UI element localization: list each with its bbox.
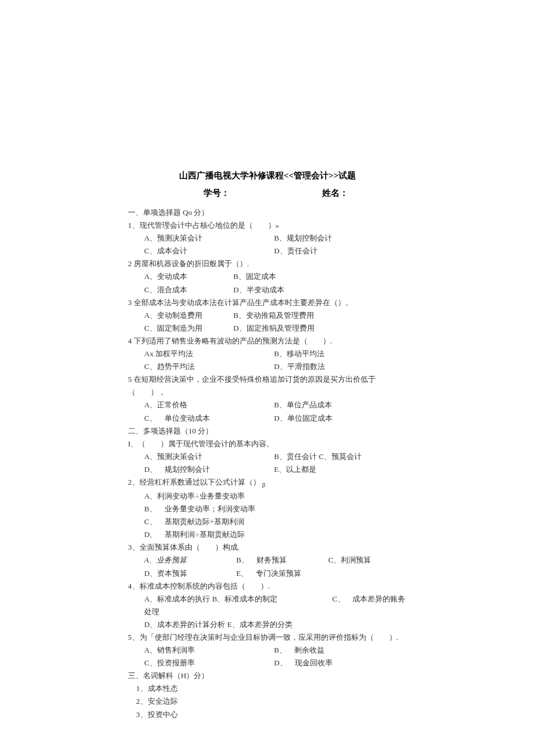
s2q3-optA: A、业务预算 xyxy=(144,554,234,567)
s1q3-optB: B、变动推箱及管理费用 xyxy=(233,311,314,320)
s1q3-optA: A、变动制造费用 xyxy=(144,309,231,322)
s2q1-row2: D、 规划控制会计 E、以上都是 xyxy=(128,463,407,476)
s2q3-optD: D、资本预算 xyxy=(144,567,234,580)
s1q1-optA: A、预测决策会计 xyxy=(144,232,272,245)
s1q5-optB: B、单位产品成本 xyxy=(274,400,332,409)
s2q2-optC: C、 基期贡献边际+基期利润 xyxy=(128,515,407,528)
s2q2-stem-text: 2、经营杠杆系数通过以下公式计算（） xyxy=(128,478,261,486)
s2q1-optD: D、 规划控制会计 xyxy=(144,463,272,476)
s1q3-stem: 3 全部成本法与变动成本法在计算产品生产成本时主要差异在（）。 xyxy=(128,296,407,309)
s1q3-optD: D、固定推狷及管理费用 xyxy=(233,324,314,332)
s1q4-row1: Ax 加权平均法 B、移动平均法 xyxy=(128,347,407,360)
s2q1-row1: A、预测决策会计 B、贡任会计 C、预莫会计 xyxy=(128,450,407,463)
s3-t2: 2、安全边际 xyxy=(128,695,407,708)
s2q3-optC: C、利涧预算 xyxy=(329,556,372,564)
s1q3-row2: C、固定制造为用 D、固定推狷及管理费用 xyxy=(128,322,407,335)
s2q4-row1: A、标准成本的执行 B、标准成本的制定 C、 成本差异的账务处理 xyxy=(128,593,407,618)
s1q1-row1: A、预测决策会计 B、规划控制会计 xyxy=(128,232,407,245)
exam-page: 山西广播电视大学补修课程<<管理会计>>试题 学号： 姓名： 一、单项选择题 Q… xyxy=(0,0,535,756)
s1q5-stem: 5 在短期经营决策中，企业不接受特殊价格追加订货的原因是买方出价低于（ ）， xyxy=(128,373,407,399)
section3-heading: 三、名词解科（H）分） xyxy=(128,669,407,682)
s2q5-stem: 5、为「使部门经理在决策时与企业目标协调一致，应采用的评价指标为（ ）. xyxy=(128,631,407,644)
s1q5-optC: C、 单位变动成本 xyxy=(144,412,272,425)
student-fields: 学号： 姓名： xyxy=(128,186,407,201)
s2q2-optA: A、利涧变动率÷业务量变动率 xyxy=(128,490,407,503)
s1q4-optC: C、趋势平均法 xyxy=(144,360,272,373)
s2q2-optD: D、 基期利润÷基期贡献边际 xyxy=(128,528,407,541)
s2q3-row1: A、业务预算 B、 财务预算 C、利涧预算 xyxy=(128,554,407,567)
s1q2-optB: B、固定成本 xyxy=(233,272,276,281)
s1q4-row2: C、趋势平均法 D、平滑指数法 xyxy=(128,360,407,373)
s2q2-stem: 2、经营杠杆系数通过以下公式计算（） β xyxy=(128,476,407,490)
section2-heading: 二、多项选择题（10 分） xyxy=(128,425,407,438)
s1q2-stem: 2 房屋和机器设备的折旧般属于（）. xyxy=(128,257,407,270)
s2q5-optC: C、投资报册率 xyxy=(144,657,272,669)
s1q1-stem: 1、现代管理会计中占核心地位的是（ ）» xyxy=(128,219,407,232)
section1-heading: 一、单项选择题 Qo 分） xyxy=(128,206,407,219)
s2q5-optA: A、销售利润率 xyxy=(144,644,272,657)
student-id-label: 学号： xyxy=(204,186,320,201)
s1q4-optA: Ax 加权平均法 xyxy=(144,347,272,360)
student-name-label: 姓名： xyxy=(322,188,348,198)
s1q5-optD: D、单位固定成本 xyxy=(274,414,332,422)
s1q3-row1: A、变动制造费用 B、变动推箱及管理费用 xyxy=(128,309,407,322)
s2q1-stem: I、（ ）属于现代管理会计的基本内容。 xyxy=(128,438,407,450)
s2q1-optBC: B、贡任会计 C、预莫会计 xyxy=(274,452,362,461)
s2q3-stem: 3、全面预算体系由（ ）构成. xyxy=(128,541,407,554)
s1q3-optC: C、固定制造为用 xyxy=(144,322,231,335)
s1q1-optC: C、成本会计 xyxy=(144,245,272,257)
s2q4-row2: D、成本差异的计算分析 E、成本差异的分类 xyxy=(128,618,407,631)
s1q1-optD: D、责任会计 xyxy=(274,246,317,255)
s1q2-optD: D、半变动成本 xyxy=(233,285,284,294)
s1q1-optB: B、规划控制会计 xyxy=(274,234,332,242)
s2q5-optB: B、 剩余收益 xyxy=(274,646,324,654)
s2q4-optDE: D、成本差异的计算分析 E、成本差异的分类 xyxy=(144,620,293,629)
s2q1-optA: A、预测决策会计 xyxy=(144,450,272,463)
s1q4-optB: B、移动平均法 xyxy=(274,349,324,358)
s2q5-optD: D、 现金回收率 xyxy=(274,658,332,667)
s3-t1: 1、成本性态 xyxy=(128,682,407,695)
s1q2-row1: A、变动成本 B、固定成本 xyxy=(128,270,407,283)
s2q2-sub: β xyxy=(262,481,266,488)
s2q2-optB: B、 业务量变动率；利润变动率 xyxy=(128,503,407,515)
s1q5-row2: C、 单位变动成本 D、单位固定成本 xyxy=(128,412,407,425)
s1q1-row2: C、成本会计 D、责任会计 xyxy=(128,245,407,257)
s2q4-optAB: A、标准成本的执行 B、标准成本的制定 xyxy=(144,593,330,605)
s2q5-row1: A、销售利润率 B、 剩余收益 xyxy=(128,644,407,657)
s2q5-row2: C、投资报册率 D、 现金回收率 xyxy=(128,657,407,669)
s2q3-optB: B、 财务预算 xyxy=(236,554,326,567)
s3-t3: 3、投资中心 xyxy=(128,708,407,721)
s2q4-stem: 4、标准成本控制系统的内容包括（ ）. xyxy=(128,580,407,593)
s1q5-optA: A、正常价格 xyxy=(144,399,272,411)
s2q3-row2: D、资本预算 E、 专门决策预算 xyxy=(128,567,407,580)
s2q1-optE: E、以上都是 xyxy=(274,465,316,474)
s1q2-optC: C、混合成本 xyxy=(144,284,231,296)
page-title: 山西广播电视大学补修课程<<管理会计>>试题 xyxy=(128,169,407,184)
s1q5-row1: A、正常价格 B、单位产品成本 xyxy=(128,399,407,411)
s2q3-optE: E、 专门决策预算 xyxy=(236,569,301,578)
s1q2-optA: A、变动成本 xyxy=(144,270,231,283)
s1q2-row2: C、混合成本 D、半变动成本 xyxy=(128,284,407,296)
s1q4-optD: D、平滑指数法 xyxy=(274,362,324,371)
s1q4-stem: 4 下列适用了销售业务略有波动的产品的预测方法是（ ）. xyxy=(128,335,407,347)
